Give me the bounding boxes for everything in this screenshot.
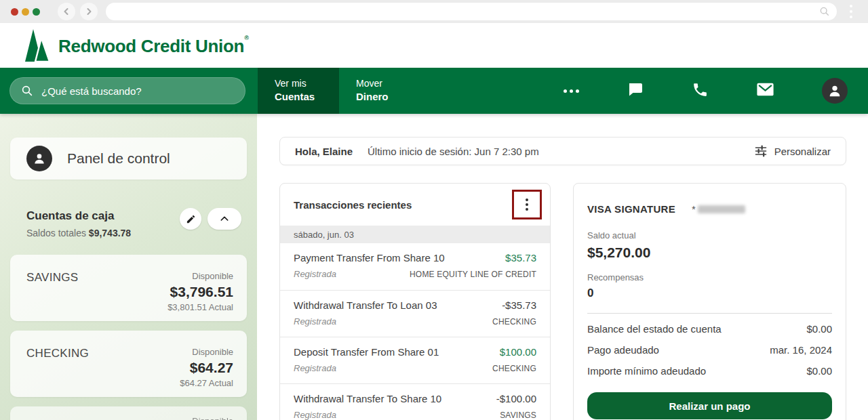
transaction-account: SAVINGS [500,411,536,420]
transaction-name: Deposit Transfer From Share 01 [294,346,439,358]
chevron-up-icon [219,213,230,224]
payment-due-value: mar. 16, 2024 [770,344,832,356]
browser-forward-button[interactable] [80,3,98,20]
make-payment-button[interactable]: Realizar un pago [587,392,832,419]
more-options-icon[interactable] [564,89,579,93]
edit-accounts-button[interactable] [180,208,201,230]
available-balance: $64.27 [180,360,233,376]
transaction-amount: -$100.00 [496,393,536,404]
transaction-account: CHECKING [492,317,536,327]
main-content: Hola, Elaine Último inicio de sesión: Ju… [257,114,868,420]
available-balance: $3,796.51 [167,284,233,300]
search-placeholder: ¿Qué está buscando? [41,85,142,97]
transaction-account: CHECKING [492,364,536,373]
site-header: Redwood Credit Union® [0,23,868,68]
tune-icon [754,144,768,158]
transaction-name: Withdrawal Transfer To Loan 03 [294,299,437,311]
totals-amount: $9,743.78 [89,228,131,238]
transaction-name: Withdrawal Transfer To Share 10 [294,393,441,404]
transactions-menu-icon[interactable] [521,194,532,215]
accounts-section-header: Cuentas de caja Saldos totales $9,743.78 [26,209,241,238]
transaction-name: Payment Transfer From Share 10 [294,252,445,264]
last-login: Último inicio de sesión: Jun 7 2:30 pm [368,146,539,157]
browser-menu-icon[interactable] [845,5,857,18]
transaction-row[interactable]: Withdrawal Transfer To Share 10 -$100.00… [280,383,550,420]
brand-logo[interactable]: Redwood Credit Union® [23,29,249,62]
user-avatar-icon [26,146,52,171]
mail-icon[interactable] [756,82,774,100]
browser-chrome [0,0,868,23]
transaction-status: Registrada [294,269,336,279]
window-close-icon[interactable] [11,8,18,16]
transaction-row[interactable]: Withdrawal Transfer To Loan 03 -$35.73 R… [280,290,550,337]
pencil-icon [186,214,196,224]
actual-balance: $3,801.51 Actual [167,302,233,312]
balance-label: Saldo actual [587,230,832,240]
balance-value: $5,270.00 [587,245,832,261]
account-card-next[interactable]: Disponible [10,406,247,420]
window-minimize-icon[interactable] [22,8,29,16]
credit-card-title: VISA SIGNATURE [587,203,675,215]
accounts-sidebar: Panel de control Cuentas de caja Saldos … [0,114,257,420]
divider [587,313,832,314]
transaction-account: HOME EQUITY LINE OF CREDIT [410,270,536,279]
redacted-number [698,205,745,213]
transaction-status: Registrada [294,316,336,327]
statement-balance-value: $0.00 [806,323,832,335]
search-icon [819,6,830,17]
registered-mark: ® [244,35,248,41]
dashboard-button[interactable]: Panel de control [10,138,247,180]
transaction-row[interactable]: Payment Transfer From Share 10 $35.73 Re… [280,243,550,290]
browser-back-button[interactable] [58,3,75,20]
transaction-status: Registrada [294,410,336,420]
profile-avatar[interactable] [822,78,848,104]
totals-line: Saldos totales $9,743.78 [26,228,131,238]
transaction-amount: $100.00 [500,346,536,358]
brand-name: Redwood Credit Union® [58,35,249,57]
browser-address-bar[interactable] [106,3,837,20]
chevron-left-icon [62,7,71,16]
payment-due-row: Pago adeudado mar. 16, 2024 [587,344,832,356]
account-card-checking[interactable]: CHECKING Disponible $64.27 $64.27 Actual [10,331,247,397]
dashboard-label: Panel de control [67,150,170,167]
redwood-trees-icon [23,29,50,62]
chevron-right-icon [85,7,93,16]
actual-balance: $64.27 Actual [180,378,233,388]
search-icon [21,85,33,97]
tab-ver-mis-cuentas[interactable]: Ver mis Cuentas [258,68,339,114]
phone-icon[interactable] [692,81,709,101]
primary-nav: ¿Qué está buscando? Ver mis Cuentas Move… [0,68,868,114]
statement-balance-row: Balance del estado de cuenta $0.00 [587,323,832,335]
tab-mover-dinero[interactable]: Mover Dinero [339,68,434,114]
annotation-highlight-box [512,190,542,219]
credit-card-summary: VISA SIGNATURE * Saldo actual $5,270.00 … [573,183,846,420]
chat-icon[interactable] [627,81,644,100]
window-controls [11,8,40,16]
masked-card-number: * [692,203,745,215]
collapse-accounts-button[interactable] [208,208,241,230]
window-zoom-icon[interactable] [33,8,40,16]
transaction-row[interactable]: Deposit Transfer From Share 01 $100.00 R… [280,337,550,383]
minimum-due-row: Importe mínimo adeudado $0.00 [587,365,832,377]
account-card-savings[interactable]: SAVINGS Disponible $3,796.51 $3,801.51 A… [10,255,247,321]
transactions-title: Transacciones recientes [294,199,412,211]
minimum-due-value: $0.00 [806,365,832,377]
rewards-value: 0 [587,287,832,300]
site-search-input[interactable]: ¿Qué está buscando? [9,77,245,104]
transaction-amount: $35.73 [505,252,536,264]
recent-transactions-card: Transacciones recientes sábado, jun. 03 … [279,183,551,420]
section-title: Cuentas de caja [26,209,131,223]
greeting-bar: Hola, Elaine Último inicio de sesión: Ju… [279,137,846,165]
screen: Redwood Credit Union® ¿Qué está buscando… [0,0,868,420]
personalize-button[interactable]: Personalizar [754,144,831,158]
transaction-status: Registrada [294,363,336,373]
person-icon [827,83,842,98]
transactions-date-header: sábado, jun. 03 [280,226,550,243]
transaction-amount: -$35.73 [502,299,536,311]
rewards-label: Recompensas [587,272,832,282]
greeting-name: Hola, Elaine [295,146,353,157]
